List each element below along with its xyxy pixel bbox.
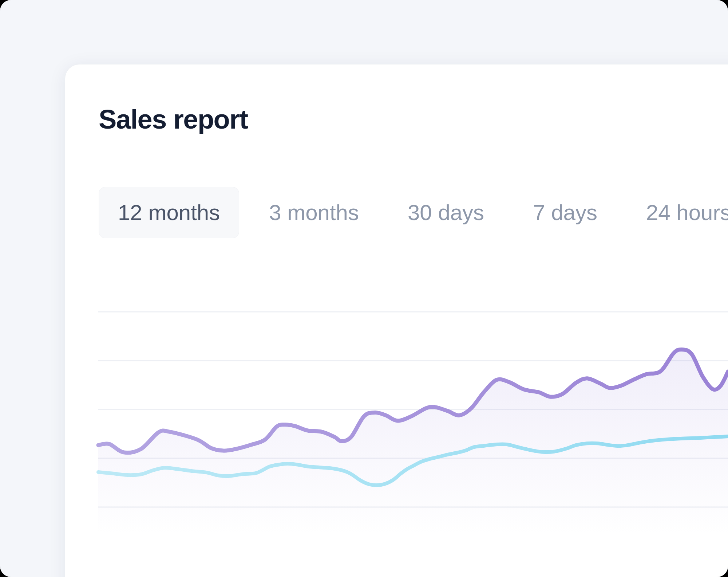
screenshot-canvas: Sales report 12 months 3 months 30 days … [0,0,728,577]
tab-7-days[interactable]: 7 days [514,187,616,238]
tab-3-months[interactable]: 3 months [250,187,378,238]
time-range-tabs: 12 months 3 months 30 days 7 days 24 hou… [99,187,728,238]
tab-24-hours[interactable]: 24 hours [627,187,728,238]
tab-12-months[interactable]: 12 months [99,187,239,238]
tab-30-days[interactable]: 30 days [389,187,503,238]
sales-report-card: Sales report 12 months 3 months 30 days … [65,64,728,577]
page-title: Sales report [99,104,248,135]
